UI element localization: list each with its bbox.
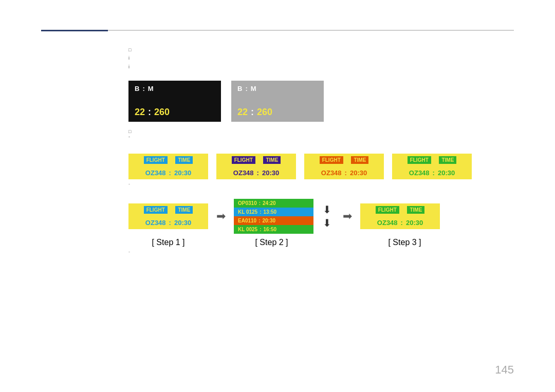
mf-time-1: 24:20 [263,200,276,206]
card3-flight-val: OZ348 [321,169,342,177]
steps-section: FLIGHT : TIME OZ348 : 20:30 ➡ [128,199,514,247]
step3-card: FLIGHT : TIME OZ348 : 20:30 [360,203,440,229]
bullet-text-1: i [128,54,514,62]
mf-sep-4: : [260,227,261,232]
mf-sep-3: : [258,218,260,223]
step2-wrapper: OP0310 : 24:20 KL 0125 : 13:50 EA0110 : … [234,199,313,234]
display-grey-label1: B [237,85,242,92]
down-arrow-2: ⬇ [323,217,331,229]
flight-card-1: FLIGHT : TIME OZ348 : 20:30 [128,154,208,179]
card1-data: OZ348 : 20:30 [128,166,208,179]
card1-flight-label: FLIGHT [144,156,168,164]
flight-card-2: FLIGHT : TIME OZ348 : 20:30 [216,154,296,179]
step3-wrapper: FLIGHT : TIME OZ348 : 20:30 [360,203,440,229]
flight-card-3: FLIGHT : TIME OZ348 : 20:30 [304,154,384,179]
step1-wrapper: FLIGHT : TIME OZ348 : 20:30 [128,203,208,229]
card1-time-val: 20:30 [174,169,191,177]
step3-label: [ Step 3 ] [365,238,445,247]
bullet-dash-middle: - [128,134,514,139]
step1-data: OZ348 : 20:30 [128,216,208,229]
step1-card: FLIGHT : TIME OZ348 : 20:30 [128,203,208,229]
display-dark-bottom1: 22 [135,107,145,118]
dash-separator-bottom: - [128,249,514,254]
bullet-icon: □ [128,46,514,53]
display-grey-colon1: : [245,85,247,92]
card3-time-label: TIME [351,156,368,164]
card2-header: FLIGHT : TIME [216,154,296,166]
dash-separator-1: - [128,181,514,186]
mf-row-1: OP0310 : 24:20 [234,199,313,208]
step1-data-colon: : [169,219,171,227]
bullet-icon-middle: □ [128,129,514,134]
card1-data-colon: : [169,169,171,177]
mf-code-2: KL 0125 [238,209,257,215]
step3-colon: : [402,207,404,213]
step2-label: [ Step 2 ] [232,238,311,247]
card3-colon: : [346,157,348,163]
card4-flight-val: OZ348 [409,169,430,177]
step3-time-label: TIME [407,206,424,214]
mf-row-3: EA0110 : 20:30 [234,216,313,225]
card3-data: OZ348 : 20:30 [304,166,384,179]
card2-time-val: 20:30 [262,169,279,177]
mf-row-4: KL 0025 : 16:50 [234,225,313,234]
display-dark-bottom2: 260 [154,107,170,118]
mf-row-2: KL 0125 : 13:50 [234,208,313,216]
step-labels-row: [ Step 1 ] [ Step 2 ] [ Step 3 ] [128,238,514,247]
display-box-dark: B : M 22 : 260 [128,81,221,122]
step3-data-colon: : [401,219,403,227]
card4-flight-label: FLIGHT [408,156,431,164]
page-number: 145 [495,363,514,377]
step2-label-text: [ Step 2 ] [255,238,288,247]
bullet-text-2: i [128,63,514,70]
card4-time-label: TIME [439,156,456,164]
card4-data: OZ348 : 20:30 [392,166,472,179]
bullet-block-middle: □ - [128,129,514,139]
step1-time-label: TIME [175,206,193,214]
mf-time-4: 16:50 [264,227,277,232]
step3-time-val: 20:30 [406,219,423,227]
card2-flight-val: OZ348 [233,169,254,177]
step1-flight-label: FLIGHT [144,206,168,214]
down-arrow-1: ⬇ [323,203,331,216]
card3-time-val: 20:30 [350,169,367,177]
card1-time-label: TIME [175,156,193,164]
display-dark-label2: M [148,85,154,92]
step2-multi-box: OP0310 : 24:20 KL 0125 : 13:50 EA0110 : … [234,199,313,234]
down-arrows: ⬇ ⬇ [323,203,331,229]
display-dark-label1: B [135,85,139,92]
step1-label: [ Step 1 ] [128,238,208,247]
card2-data: OZ348 : 20:30 [216,166,296,179]
display-grey-colon2: : [251,107,254,118]
display-grey-bottom2: 260 [257,107,272,118]
card2-time-label: TIME [263,156,281,164]
display-box-dark-bottom-row: 22 : 260 [135,107,215,118]
step1-label-text: [ Step 1 ] [152,238,184,247]
arrow-step1-step2: ➡ [216,210,226,223]
card2-colon: : [258,157,261,163]
card2-flight-label: FLIGHT [232,156,255,164]
mf-sep-1: : [259,200,261,206]
step3-flight-label: FLIGHT [376,206,399,214]
step1-colon: : [171,207,173,213]
step3-header: FLIGHT : TIME [360,203,440,216]
card3-data-colon: : [345,169,347,177]
card2-data-colon: : [257,169,259,177]
display-box-grey-top-row: B : M [237,85,318,92]
step1-header: FLIGHT : TIME [128,203,208,216]
flight-card-4: FLIGHT : TIME OZ348 : 20:30 [392,154,472,179]
mf-code-1: OP0310 [238,200,257,206]
mf-time-2: 13:50 [264,209,277,215]
card1-header: FLIGHT : TIME [128,154,208,166]
display-grey-bottom1: 22 [237,107,248,118]
step1-time-val: 20:30 [174,219,191,227]
step-row: FLIGHT : TIME OZ348 : 20:30 ➡ [128,199,514,234]
step3-data: OZ348 : 20:30 [360,216,440,229]
display-box-grey-bottom-row: 22 : 260 [237,107,318,118]
card3-flight-label: FLIGHT [320,156,343,164]
card4-data-colon: : [433,169,435,177]
card4-header: FLIGHT : TIME [392,154,472,166]
card1-flight-val: OZ348 [145,169,166,177]
display-boxes-row: B : M 22 : 260 B : M 22 : 260 [128,81,514,122]
card1-colon: : [171,157,173,163]
